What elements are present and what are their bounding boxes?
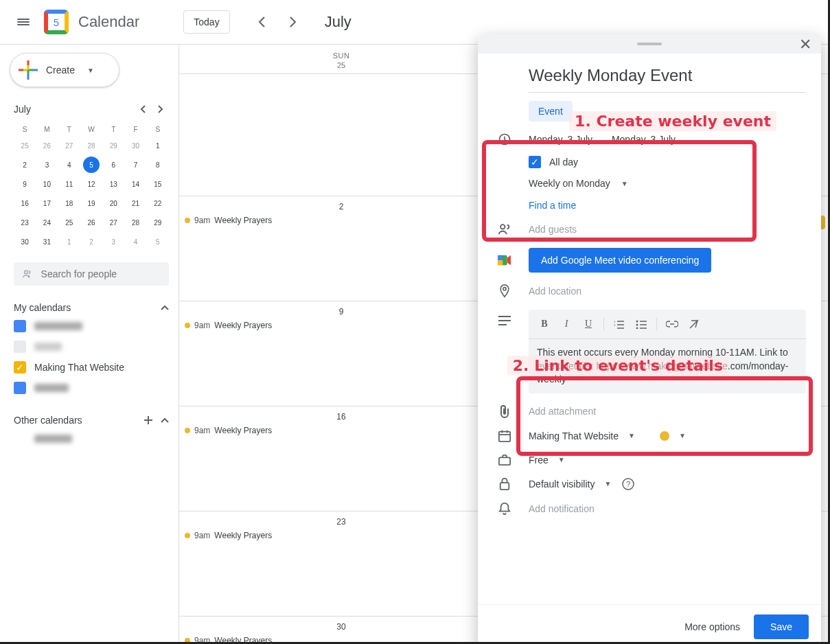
- mini-day[interactable]: 19: [83, 195, 100, 211]
- people-icon: [493, 222, 516, 237]
- menu-icon[interactable]: [10, 8, 37, 36]
- mini-day[interactable]: 8: [150, 157, 166, 173]
- recurrence-dropdown[interactable]: Weekly on Monday ▼: [529, 172, 806, 194]
- availability-dropdown[interactable]: Free▼: [529, 455, 565, 465]
- mini-next-button[interactable]: [152, 101, 169, 117]
- save-button[interactable]: Save: [754, 614, 809, 639]
- mini-prev-button[interactable]: [135, 101, 151, 117]
- numbered-list-button[interactable]: 12: [609, 314, 630, 334]
- mini-day[interactable]: 18: [61, 195, 78, 211]
- prev-period-button[interactable]: [249, 10, 274, 34]
- event-item[interactable]: 9amWeekly Prayers: [179, 214, 503, 227]
- mini-day[interactable]: 13: [105, 176, 122, 192]
- mini-day[interactable]: 26: [83, 214, 100, 231]
- add-notification-field[interactable]: Add notification: [529, 503, 595, 514]
- mini-day[interactable]: 2: [16, 157, 33, 173]
- mini-day[interactable]: 1: [61, 233, 78, 250]
- add-location-field[interactable]: Add location: [529, 286, 581, 297]
- mini-day[interactable]: 28: [83, 137, 100, 154]
- add-guests-field[interactable]: Add guests: [529, 224, 577, 235]
- underline-button[interactable]: U: [578, 314, 599, 334]
- mini-day[interactable]: 11: [61, 176, 78, 192]
- clear-format-button[interactable]: [684, 314, 704, 334]
- date-end[interactable]: Monday, 3 July: [612, 134, 676, 145]
- mini-day[interactable]: 26: [38, 137, 55, 154]
- day-cell[interactable]: 2 9amWeekly Prayers: [178, 196, 503, 301]
- mini-day[interactable]: 28: [128, 214, 144, 231]
- more-options-button[interactable]: More options: [684, 621, 740, 632]
- all-day-checkbox[interactable]: ✓: [529, 156, 541, 168]
- day-cell[interactable]: 9 9amWeekly Prayers: [178, 301, 503, 406]
- next-period-button[interactable]: [281, 10, 306, 34]
- mini-day[interactable]: 15: [150, 176, 166, 192]
- mini-day[interactable]: 14: [128, 176, 144, 192]
- add-meet-button[interactable]: Add Google Meet video conferencing: [529, 248, 711, 273]
- mini-day[interactable]: 20: [105, 195, 122, 211]
- mini-day[interactable]: 22: [150, 195, 166, 211]
- calendar-dropdown[interactable]: Making That Website▼ ▼: [529, 430, 686, 441]
- mini-day[interactable]: 4: [61, 157, 78, 173]
- mini-day[interactable]: 21: [128, 195, 144, 211]
- mini-day[interactable]: 16: [16, 195, 33, 211]
- mini-day[interactable]: 31: [38, 233, 55, 250]
- visibility-dropdown[interactable]: Default visibility▼ ?: [529, 478, 634, 490]
- mini-day[interactable]: 12: [83, 176, 100, 192]
- mini-day[interactable]: 29: [105, 137, 122, 154]
- event-item[interactable]: 9amWeekly Prayers: [179, 529, 503, 542]
- mini-day[interactable]: 5: [83, 157, 100, 173]
- mini-day[interactable]: 29: [150, 214, 166, 231]
- day-cell[interactable]: [178, 74, 503, 196]
- other-calendars-toggle[interactable]: Other calendars: [14, 412, 169, 428]
- mini-day[interactable]: 23: [16, 214, 33, 231]
- mini-day[interactable]: 30: [128, 137, 144, 154]
- search-people-field[interactable]: [14, 262, 169, 286]
- day-cell[interactable]: 16 9amWeekly Prayers: [178, 406, 503, 511]
- close-button[interactable]: ✕: [796, 36, 814, 54]
- mini-day[interactable]: 25: [16, 137, 33, 154]
- description-textarea[interactable]: This event occurs every Monday morning 1…: [529, 339, 806, 393]
- mini-day[interactable]: 3: [105, 233, 122, 250]
- link-button[interactable]: [662, 314, 682, 334]
- mini-day[interactable]: 27: [105, 214, 122, 231]
- event-item[interactable]: 9amWeekly Prayers: [179, 634, 503, 642]
- bold-button[interactable]: B: [534, 314, 555, 334]
- day-cell[interactable]: 30 9amWeekly Prayers: [178, 617, 503, 642]
- mini-day[interactable]: 9: [16, 176, 33, 192]
- event-item[interactable]: 9amWeekly Prayers: [179, 319, 503, 332]
- create-button[interactable]: Create ▼: [10, 53, 119, 87]
- mini-day[interactable]: 1: [150, 137, 166, 154]
- mini-day[interactable]: 7: [128, 157, 144, 173]
- calendar-item-making-that-website[interactable]: ✓Making That Website: [14, 357, 169, 378]
- mini-day[interactable]: 17: [38, 195, 55, 211]
- italic-button[interactable]: I: [556, 314, 577, 334]
- mini-day[interactable]: 10: [38, 176, 55, 192]
- tab-event[interactable]: Event: [529, 101, 573, 122]
- calendar-item[interactable]: [14, 378, 169, 398]
- mini-day[interactable]: 24: [38, 214, 55, 231]
- plus-icon[interactable]: [143, 415, 154, 426]
- help-icon[interactable]: ?: [622, 478, 634, 490]
- mini-day[interactable]: 25: [61, 214, 78, 231]
- find-time-link[interactable]: Find a time: [529, 194, 576, 216]
- mini-day[interactable]: 5: [150, 233, 166, 250]
- date-start[interactable]: Monday, 3 July: [529, 134, 592, 145]
- bullet-list-button[interactable]: [631, 314, 652, 334]
- chevron-down-icon: ▼: [604, 480, 611, 487]
- event-title-input[interactable]: [529, 62, 806, 93]
- my-calendars-toggle[interactable]: My calendars: [14, 299, 169, 316]
- calendar-item[interactable]: [14, 336, 169, 357]
- mini-day[interactable]: 6: [105, 157, 122, 173]
- add-attachment-field[interactable]: Add attachment: [529, 406, 596, 417]
- calendar-item[interactable]: [14, 428, 169, 449]
- dialog-drag-handle[interactable]: ✕: [478, 34, 821, 54]
- calendar-item[interactable]: [14, 316, 169, 336]
- search-people-input[interactable]: [41, 268, 161, 279]
- mini-day[interactable]: 4: [128, 233, 144, 250]
- mini-day[interactable]: 30: [16, 233, 33, 250]
- mini-day[interactable]: 3: [38, 157, 55, 173]
- event-item[interactable]: 9amWeekly Prayers: [179, 424, 503, 437]
- day-cell[interactable]: 23 9amWeekly Prayers: [178, 511, 503, 616]
- mini-day[interactable]: 27: [61, 137, 78, 154]
- mini-day[interactable]: 2: [83, 233, 100, 250]
- today-button[interactable]: Today: [183, 10, 229, 34]
